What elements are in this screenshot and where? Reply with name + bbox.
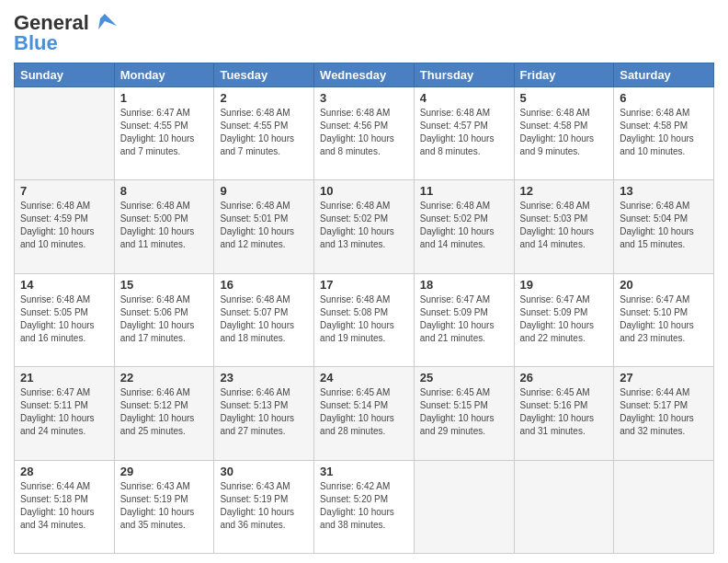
day-number: 31 [320, 465, 408, 478]
day-number: 12 [520, 184, 609, 198]
calendar-cell: 17Sunrise: 6:48 AM Sunset: 5:08 PM Dayli… [314, 273, 415, 366]
weekday-header-monday: Monday [114, 63, 214, 87]
day-number: 29 [120, 465, 209, 478]
day-info: Sunrise: 6:48 AM Sunset: 5:06 PM Dayligh… [120, 293, 209, 345]
calendar-cell: 30Sunrise: 6:43 AM Sunset: 5:19 PM Dayli… [214, 460, 314, 553]
calendar-cell: 3Sunrise: 6:48 AM Sunset: 4:56 PM Daylig… [314, 87, 415, 180]
day-info: Sunrise: 6:47 AM Sunset: 5:11 PM Dayligh… [20, 386, 108, 438]
day-info: Sunrise: 6:48 AM Sunset: 4:58 PM Dayligh… [620, 107, 708, 158]
calendar-cell: 20Sunrise: 6:47 AM Sunset: 5:10 PM Dayli… [614, 273, 714, 366]
day-number: 22 [120, 371, 209, 385]
day-info: Sunrise: 6:48 AM Sunset: 5:04 PM Dayligh… [620, 200, 708, 251]
day-info: Sunrise: 6:42 AM Sunset: 5:20 PM Dayligh… [320, 480, 408, 532]
day-number: 2 [220, 91, 308, 105]
day-number: 16 [220, 278, 308, 292]
logo: General Blue [14, 9, 119, 55]
day-info: Sunrise: 6:48 AM Sunset: 5:05 PM Dayligh… [20, 293, 108, 345]
day-number: 18 [420, 278, 508, 292]
calendar-cell: 13Sunrise: 6:48 AM Sunset: 5:04 PM Dayli… [614, 180, 714, 273]
calendar-cell: 12Sunrise: 6:48 AM Sunset: 5:03 PM Dayli… [514, 180, 614, 273]
calendar-cell [414, 460, 514, 553]
calendar-cell: 1Sunrise: 6:47 AM Sunset: 4:55 PM Daylig… [114, 87, 214, 180]
calendar-cell: 18Sunrise: 6:47 AM Sunset: 5:09 PM Dayli… [414, 273, 514, 366]
calendar-cell: 8Sunrise: 6:48 AM Sunset: 5:00 PM Daylig… [114, 180, 214, 273]
calendar-cell: 5Sunrise: 6:48 AM Sunset: 4:58 PM Daylig… [514, 87, 614, 180]
day-number: 10 [320, 184, 408, 198]
day-number: 1 [120, 91, 209, 105]
weekday-header-thursday: Thursday [414, 63, 514, 87]
calendar-cell: 27Sunrise: 6:44 AM Sunset: 5:17 PM Dayli… [614, 367, 714, 460]
calendar-cell: 16Sunrise: 6:48 AM Sunset: 5:07 PM Dayli… [214, 273, 314, 366]
calendar-header-row: SundayMondayTuesdayWednesdayThursdayFrid… [15, 63, 714, 87]
day-number: 7 [20, 184, 108, 198]
day-number: 17 [320, 278, 408, 292]
calendar-cell: 2Sunrise: 6:48 AM Sunset: 4:55 PM Daylig… [214, 87, 314, 180]
weekday-header-wednesday: Wednesday [314, 63, 415, 87]
logo-bird-icon [91, 9, 119, 37]
calendar-week-2: 7Sunrise: 6:48 AM Sunset: 4:59 PM Daylig… [15, 180, 714, 273]
day-number: 13 [620, 184, 708, 198]
day-info: Sunrise: 6:47 AM Sunset: 5:10 PM Dayligh… [620, 293, 708, 345]
day-info: Sunrise: 6:43 AM Sunset: 5:19 PM Dayligh… [220, 480, 308, 532]
day-number: 3 [320, 91, 408, 105]
day-info: Sunrise: 6:48 AM Sunset: 5:02 PM Dayligh… [420, 200, 508, 251]
day-number: 11 [420, 184, 508, 198]
calendar-cell [514, 460, 614, 553]
day-number: 28 [20, 465, 108, 478]
day-number: 26 [520, 371, 609, 385]
weekday-header-friday: Friday [514, 63, 614, 87]
day-info: Sunrise: 6:46 AM Sunset: 5:13 PM Dayligh… [220, 386, 308, 438]
day-info: Sunrise: 6:46 AM Sunset: 5:12 PM Dayligh… [120, 386, 209, 438]
day-info: Sunrise: 6:48 AM Sunset: 4:58 PM Dayligh… [520, 107, 609, 158]
day-info: Sunrise: 6:48 AM Sunset: 5:08 PM Dayligh… [320, 293, 408, 345]
page: General Blue SundayMondayTuesdayWednesda… [0, 0, 728, 563]
logo-blue: Blue [14, 31, 58, 55]
day-info: Sunrise: 6:45 AM Sunset: 5:15 PM Dayligh… [420, 386, 508, 438]
weekday-header-tuesday: Tuesday [214, 63, 314, 87]
day-number: 6 [620, 91, 708, 105]
calendar-cell: 7Sunrise: 6:48 AM Sunset: 4:59 PM Daylig… [15, 180, 115, 273]
calendar-cell: 9Sunrise: 6:48 AM Sunset: 5:01 PM Daylig… [214, 180, 314, 273]
calendar-cell [15, 87, 115, 180]
day-info: Sunrise: 6:48 AM Sunset: 4:55 PM Dayligh… [220, 107, 308, 158]
calendar-cell: 23Sunrise: 6:46 AM Sunset: 5:13 PM Dayli… [214, 367, 314, 460]
calendar-cell: 25Sunrise: 6:45 AM Sunset: 5:15 PM Dayli… [414, 367, 514, 460]
calendar-week-3: 14Sunrise: 6:48 AM Sunset: 5:05 PM Dayli… [15, 273, 714, 366]
calendar-cell [614, 460, 714, 553]
calendar-cell: 6Sunrise: 6:48 AM Sunset: 4:58 PM Daylig… [614, 87, 714, 180]
day-number: 21 [20, 371, 108, 385]
calendar-cell: 26Sunrise: 6:45 AM Sunset: 5:16 PM Dayli… [514, 367, 614, 460]
day-info: Sunrise: 6:47 AM Sunset: 5:09 PM Dayligh… [520, 293, 609, 345]
calendar-cell: 15Sunrise: 6:48 AM Sunset: 5:06 PM Dayli… [114, 273, 214, 366]
day-info: Sunrise: 6:48 AM Sunset: 5:01 PM Dayligh… [220, 200, 308, 251]
calendar-week-4: 21Sunrise: 6:47 AM Sunset: 5:11 PM Dayli… [15, 367, 714, 460]
day-info: Sunrise: 6:48 AM Sunset: 5:07 PM Dayligh… [220, 293, 308, 345]
calendar-cell: 4Sunrise: 6:48 AM Sunset: 4:57 PM Daylig… [414, 87, 514, 180]
day-info: Sunrise: 6:47 AM Sunset: 4:55 PM Dayligh… [120, 107, 209, 158]
day-info: Sunrise: 6:45 AM Sunset: 5:16 PM Dayligh… [520, 386, 609, 438]
day-number: 30 [220, 465, 308, 478]
calendar-cell: 19Sunrise: 6:47 AM Sunset: 5:09 PM Dayli… [514, 273, 614, 366]
day-info: Sunrise: 6:44 AM Sunset: 5:17 PM Dayligh… [620, 386, 708, 438]
day-info: Sunrise: 6:44 AM Sunset: 5:18 PM Dayligh… [20, 480, 108, 532]
day-number: 23 [220, 371, 308, 385]
day-info: Sunrise: 6:45 AM Sunset: 5:14 PM Dayligh… [320, 386, 408, 438]
day-info: Sunrise: 6:43 AM Sunset: 5:19 PM Dayligh… [120, 480, 209, 532]
day-number: 14 [20, 278, 108, 292]
day-number: 4 [420, 91, 508, 105]
header: General Blue [14, 9, 714, 55]
calendar-cell: 11Sunrise: 6:48 AM Sunset: 5:02 PM Dayli… [414, 180, 514, 273]
day-number: 8 [120, 184, 209, 198]
calendar-table: SundayMondayTuesdayWednesdayThursdayFrid… [14, 63, 714, 554]
day-number: 25 [420, 371, 508, 385]
calendar-cell: 14Sunrise: 6:48 AM Sunset: 5:05 PM Dayli… [15, 273, 115, 366]
day-info: Sunrise: 6:48 AM Sunset: 5:02 PM Dayligh… [320, 200, 408, 251]
day-number: 24 [320, 371, 408, 385]
day-info: Sunrise: 6:48 AM Sunset: 5:03 PM Dayligh… [520, 200, 609, 251]
weekday-header-sunday: Sunday [15, 63, 115, 87]
weekday-header-saturday: Saturday [614, 63, 714, 87]
day-number: 15 [120, 278, 209, 292]
day-number: 20 [620, 278, 708, 292]
day-info: Sunrise: 6:48 AM Sunset: 4:57 PM Dayligh… [420, 107, 508, 158]
calendar-cell: 22Sunrise: 6:46 AM Sunset: 5:12 PM Dayli… [114, 367, 214, 460]
